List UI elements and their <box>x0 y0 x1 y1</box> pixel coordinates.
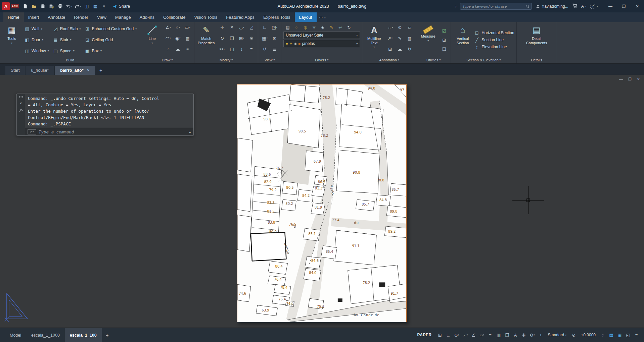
graphics-performance-icon[interactable]: ▦ <box>607 331 615 339</box>
autodesk-menu-button[interactable]: A <box>581 4 587 9</box>
lineweight-icon[interactable]: ≡ <box>486 331 495 339</box>
app-logo[interactable]: A <box>2 2 10 10</box>
fillet-icon[interactable]: ◡ <box>237 23 246 31</box>
horizontal-section-button[interactable]: ⊟ Horizontal Section <box>474 30 514 36</box>
new-file-icon[interactable] <box>21 2 30 11</box>
new-drawing-tab-button[interactable]: + <box>96 66 106 75</box>
paste-icon[interactable]: ❏ <box>440 45 449 53</box>
display-config-icon[interactable]: ▣ <box>615 331 624 339</box>
layer-on-bulb-icon[interactable]: ● <box>286 42 288 46</box>
grip-handle-icon[interactable] <box>19 96 23 99</box>
array-icon[interactable]: ⊞ <box>237 35 246 42</box>
dimension-icon[interactable]: ↔ <box>385 23 395 31</box>
scale-icon[interactable]: ◿ <box>247 23 256 31</box>
viewport-icon[interactable]: ◳ <box>270 23 279 31</box>
enhanced-custom-grid-button[interactable]: ⊞ Enhanced Custom Grid <box>83 23 138 35</box>
ribbon-tab[interactable]: Featured Apps <box>222 12 259 22</box>
vertical-section-button[interactable]: ⌂ Vertical Section <box>453 23 472 56</box>
ribbon-tab[interactable]: View <box>93 12 111 22</box>
multiline-text-button[interactable]: A Multiline Text <box>364 23 384 56</box>
layout-paper[interactable]: 94.09778.293.198.578.294.067.976.783.690… <box>237 84 407 322</box>
autoscale-icon[interactable]: ✚ <box>520 331 528 339</box>
ribbon-tab[interactable]: Render <box>70 12 93 22</box>
drawing-area[interactable]: — ❐ ✕ ✕ Command: _.undo Current settings… <box>0 75 644 328</box>
panel-label-layers[interactable]: Layers <box>281 57 362 63</box>
ribbon-tab[interactable]: Layout <box>295 12 317 22</box>
close-button[interactable]: ✕ <box>631 0 644 12</box>
annotation-cloud-icon[interactable]: ☁ <box>395 45 404 53</box>
help-button[interactable]: ? <box>590 4 598 9</box>
move-icon[interactable]: ✛ <box>218 23 227 31</box>
layer-freeze-icon[interactable]: ✻ <box>310 24 318 31</box>
trim-icon[interactable]: ✂ <box>218 45 227 53</box>
offset-icon[interactable]: ≡ <box>247 45 256 53</box>
leader-icon[interactable]: ↗ <box>385 35 395 42</box>
isolate-objects-icon[interactable]: ◌ <box>599 331 607 339</box>
layer-lock-icon[interactable]: ◈ <box>319 24 326 31</box>
wipeout-icon[interactable]: ▱ <box>405 23 414 31</box>
navigation-icon[interactable]: ≣ <box>270 45 279 53</box>
panel-label-view[interactable]: View <box>258 57 281 63</box>
stretch-icon[interactable]: ↕ <box>237 45 246 53</box>
panel-label-details[interactable]: Details <box>517 57 557 63</box>
close-tab-icon[interactable]: ✕ <box>87 68 90 72</box>
selection-cycling-icon[interactable]: ❐ <box>503 331 511 339</box>
center-mark-icon[interactable]: ⊙ <box>395 23 404 31</box>
redo-icon[interactable] <box>74 2 82 11</box>
revision-cloud-icon[interactable]: ☁ <box>173 45 182 53</box>
account-button[interactable]: flaviadoming... <box>536 4 568 9</box>
layer-off-icon[interactable]: ◌ <box>293 24 300 31</box>
panel-label-annotation[interactable]: Annotation <box>362 57 416 63</box>
ceiling-grid-button[interactable]: ⊡ Ceiling Grid <box>83 35 138 46</box>
explode-icon[interactable]: ✳ <box>247 35 256 42</box>
grid-snap-icon[interactable]: ⊞ <box>436 331 444 339</box>
drawing-compare-icon[interactable]: ▦ <box>91 2 100 11</box>
quick-select-icon[interactable]: ☑ <box>440 27 449 35</box>
update-fields-icon[interactable]: ↻ <box>405 45 414 53</box>
polyline-icon[interactable]: ∠ <box>164 23 173 31</box>
layer-isolate-icon[interactable]: ◎ <box>302 24 309 31</box>
door-button[interactable]: ◧ Door <box>23 35 50 46</box>
new-layout-button[interactable]: + <box>102 328 112 342</box>
panel-label-utilities[interactable]: Utilities <box>416 57 451 63</box>
stair-button[interactable]: ≣ Stair <box>52 35 82 46</box>
ellipse-icon[interactable]: ◉ <box>173 35 182 42</box>
undo-icon[interactable] <box>65 2 74 11</box>
file-tab-bairro-alto[interactable]: bairro_alto* ✕ <box>55 66 95 75</box>
isometric-drafting-icon[interactable]: ⋰ <box>461 331 469 339</box>
ribbon-tab[interactable]: Manage <box>111 12 135 22</box>
spline-icon[interactable]: ≈ <box>183 45 192 53</box>
layer-properties-icon[interactable]: ▤ <box>284 24 291 31</box>
object-snap-icon[interactable]: ▱ <box>478 331 486 339</box>
layout-tab-escala-1-1000[interactable]: escala_1_1000 <box>26 328 65 342</box>
doc-restore-icon[interactable]: ❐ <box>628 77 632 81</box>
customization-icon[interactable]: ≡ <box>632 331 641 339</box>
window-button[interactable]: ◫ Window <box>23 45 50 56</box>
panel-label-section[interactable]: Section & Elevation <box>451 57 516 63</box>
annotation-scale-dropdown[interactable]: Standard <box>546 333 569 337</box>
rotate-icon[interactable]: ↻ <box>218 35 227 42</box>
ribbon-tab[interactable]: Express Tools <box>259 12 295 22</box>
close-command-icon[interactable]: ✕ <box>19 102 22 105</box>
rectangle-icon[interactable]: ▭ <box>183 23 192 31</box>
layer-dropdown[interactable]: ●☀◈■ janelas <box>283 40 360 47</box>
arc-icon[interactable]: ◠ <box>164 35 173 42</box>
ribbon-tab[interactable]: Vision Tools <box>190 12 222 22</box>
space-button[interactable]: ▢ Space <box>52 45 82 56</box>
panel-label-draw[interactable]: Draw <box>140 57 194 63</box>
layout-switch-icon[interactable]: ◫ <box>82 2 91 11</box>
expand-history-icon[interactable]: ▴ <box>189 130 191 133</box>
circle-icon[interactable]: ○ <box>173 23 182 31</box>
layer-previous-icon[interactable]: ↩ <box>336 24 344 31</box>
ribbon-display-toggle[interactable]: ▭ <box>317 12 328 22</box>
ui-lock-icon[interactable]: ⊘ <box>569 331 578 339</box>
ortho-icon[interactable]: ∟ <box>444 331 453 339</box>
detail-components-button[interactable]: ▤ Detail Components <box>524 23 549 56</box>
orbit-icon[interactable]: ↺ <box>260 45 269 53</box>
ribbon-tab[interactable]: Home <box>3 12 24 22</box>
layout-tab-escala-1-100[interactable]: escala_1_100 <box>65 328 102 342</box>
named-views-icon[interactable]: ▦ <box>260 35 269 42</box>
section-line-button[interactable]: ╱ Section Line <box>474 37 514 43</box>
clean-screen-icon[interactable]: ◱ <box>624 331 632 339</box>
command-input[interactable]: > Type a command ▴ <box>25 128 193 135</box>
